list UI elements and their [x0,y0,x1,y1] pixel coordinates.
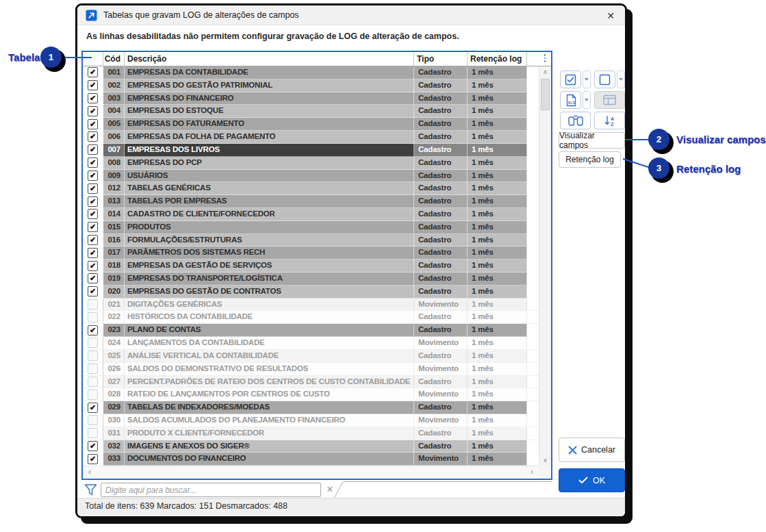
table-row[interactable]: ✔032IMAGENS E ANEXOS DO SIGER®Cadastro1 … [83,440,539,453]
row-checkbox[interactable] [83,376,103,389]
cell-desc: EMPRESAS DOS LIVROS [125,144,414,157]
scroll-down-icon[interactable]: ∨ [539,455,551,466]
table-row[interactable]: ✔019EMPRESAS DO TRANSPORTE/LOGÍSTICACada… [83,273,539,286]
row-checkbox[interactable]: ✔ [83,273,103,286]
table-row[interactable]: ✔020EMPRESAS DO GESTÃO DE CONTRATOSCadas… [83,286,539,299]
table-row[interactable]: 028RATEIO DE LANÇAMENTOS POR CENTROS DE … [83,388,539,401]
clear-search-icon[interactable]: ✕ [324,483,336,496]
row-checkbox[interactable]: ✔ [83,144,103,157]
table-row[interactable]: ✔003EMPRESAS DO FINANCEIROCadastro1 mês [83,92,539,105]
checkbox-checked-icon: ✔ [88,93,98,103]
row-checkbox[interactable]: ✔ [83,246,103,259]
col-header-tipo[interactable]: Tipo [414,52,468,66]
ok-button[interactable]: OK [559,468,625,492]
vertical-scrollbar[interactable]: ∧ ∨ [539,66,551,466]
row-checkbox[interactable]: ✔ [83,453,103,466]
layout-button[interactable] [594,91,625,109]
table-row[interactable]: ✔016FORMULAÇÕES/ESTRUTURASCadastro1 mês [83,234,539,247]
table-row[interactable]: ✔002EMPRESAS DO GESTÃO PATRIMONIALCadast… [83,79,539,92]
row-checkbox[interactable]: ✔ [83,131,103,144]
cell-ret: 1 mês [468,440,527,453]
table-row[interactable]: ✔006EMPRESAS DA FOLHA DE PAGAMENTOCadast… [83,131,539,144]
table-row[interactable]: ✔007EMPRESAS DOS LIVROSCadastro1 mês [83,144,539,157]
table-row[interactable]: 031PRODUTO X CLIENTE/FORNECEDORCadastro1… [83,427,539,440]
table-row[interactable]: ✔017PARÂMETROS DOS SISTEMAS RECHCadastro… [83,246,539,259]
vertical-scroll-thumb[interactable] [541,79,550,110]
uncheck-all-button[interactable] [594,71,615,88]
row-checkbox[interactable] [83,363,103,376]
row-checkbox[interactable]: ✔ [83,182,103,195]
row-checkbox[interactable]: ✔ [83,170,103,183]
search-button[interactable] [560,112,591,129]
table-row[interactable]: ✔014CADASTRO DE CLIENTE/FORNECEDORCadast… [83,208,539,221]
table-row[interactable]: ✔023PLANO DE CONTASCadastro1 mês [83,324,539,337]
scroll-up-icon[interactable]: ∧ [539,66,551,77]
col-header-descricao[interactable]: Descrição [125,52,414,66]
col-header-cod[interactable]: Cód [103,52,125,66]
table-row[interactable]: ✔005EMPRESAS DO FATURAMENTOCadastro1 mês [83,118,539,131]
table-row[interactable]: ✔018EMPRESAS DA GESTÃO DE SERVIÇOSCadast… [83,259,539,273]
svg-text:XLS: XLS [567,101,575,105]
row-checkbox[interactable]: ✔ [83,195,103,208]
row-checkbox[interactable]: ✔ [83,118,103,131]
table-row[interactable]: ✔004EMPRESAS DO ESTOQUECadastro1 mês [83,105,539,118]
table-row[interactable]: ✔013TABELAS POR EMPRESASCadastro1 mês [83,195,539,208]
row-checkbox[interactable]: ✔ [83,234,103,247]
check-all-dropdown[interactable] [583,71,591,88]
row-checkbox[interactable]: ✔ [83,79,103,92]
row-checkbox[interactable]: ✔ [83,401,103,414]
row-checkbox[interactable]: ✔ [83,286,103,299]
search-input[interactable] [101,483,321,497]
col-header-retencao[interactable]: Retenção log [468,52,527,66]
table-row[interactable]: ✔009USUÁRIOSCadastro1 mês [83,170,539,183]
row-checkbox[interactable] [83,311,103,324]
cell-cod: 031 [103,427,125,440]
table-row[interactable]: ✔029TABELAS DE INDEXADORES/MOEDASCadastr… [83,401,539,414]
sort-button[interactable]: A Z [594,112,625,129]
row-checkbox[interactable] [83,427,103,440]
table-row[interactable]: ✔015PRODUTOSCadastro1 mês [83,221,539,234]
row-checkbox[interactable]: ✔ [83,105,103,118]
row-checkbox[interactable] [83,388,103,401]
retencao-log-button[interactable]: Retenção log [559,151,621,168]
visualizar-campos-button[interactable]: Visualizar campos [559,132,625,149]
row-checkbox[interactable]: ✔ [83,157,103,170]
row-checkbox[interactable]: ✔ [83,324,103,337]
table-row[interactable]: 021DIGITAÇÕES GENÉRICASMovimento1 mês [83,299,539,312]
table-row[interactable]: ✔033DOCUMENTOS DO FINANCEIROMovimento1 m… [83,453,539,466]
table-row[interactable]: ✔008EMPRESAS DO PCPCadastro1 mês [83,157,539,170]
table-row[interactable]: ✔012TABELAS GENÉRICASCadastro1 mês [83,182,539,195]
scroll-right-icon[interactable]: › [526,466,537,479]
row-checkbox[interactable]: ✔ [83,66,103,79]
row-checkbox[interactable]: ✔ [83,221,103,234]
export-xls-button[interactable]: XLS [560,91,581,109]
row-checkbox[interactable] [83,337,103,350]
row-checkbox[interactable]: ✔ [83,440,103,453]
table-row[interactable]: ✔001EMPRESAS DA CONTABILIDADECadastro1 m… [83,66,539,79]
table-row[interactable]: 026SALDOS DO DEMONSTRATIVO DE RESULTADOS… [83,363,539,376]
row-checkbox[interactable] [83,350,103,363]
row-checkbox[interactable]: ✔ [83,259,103,273]
table-row[interactable]: 024LANÇAMENTOS DA CONTABILIDADEMovimento… [83,337,539,350]
grid-menu-icon[interactable] [542,54,548,62]
cell-desc: PERCENT.PADRÕES DE RATEIO DOS CENTROS DE… [125,376,414,389]
chevron-down-icon [619,78,623,81]
funnel-icon[interactable] [84,483,97,496]
row-checkbox[interactable]: ✔ [83,208,103,221]
table-row[interactable]: 022HISTÓRICOS DA CONTABILIDADECadastro1 … [83,311,539,324]
export-dropdown[interactable] [583,91,591,109]
uncheck-all-dropdown[interactable] [617,71,625,88]
row-checkbox[interactable] [83,414,103,427]
table-row[interactable]: 025ANÁLISE VERTICAL DA CONTABILIDADECada… [83,350,539,363]
cancel-button[interactable]: Cancelar [559,438,625,462]
select-all-header[interactable] [83,52,103,66]
scroll-left-icon[interactable]: ‹ [84,466,95,479]
row-checkbox[interactable]: ✔ [83,92,103,105]
status-text: Total de itens: 639 Marcados: 151 Desmar… [85,501,288,511]
table-row[interactable]: 027PERCENT.PADRÕES DE RATEIO DOS CENTROS… [83,376,539,389]
horizontal-scrollbar[interactable]: ‹ › [83,466,539,479]
table-row[interactable]: 030SALDOS ACUMULADOS DO PLANEJAMENTO FIN… [83,414,539,427]
close-button[interactable]: ✕ [603,8,618,23]
check-all-button[interactable] [560,71,581,88]
row-checkbox[interactable] [83,299,103,312]
